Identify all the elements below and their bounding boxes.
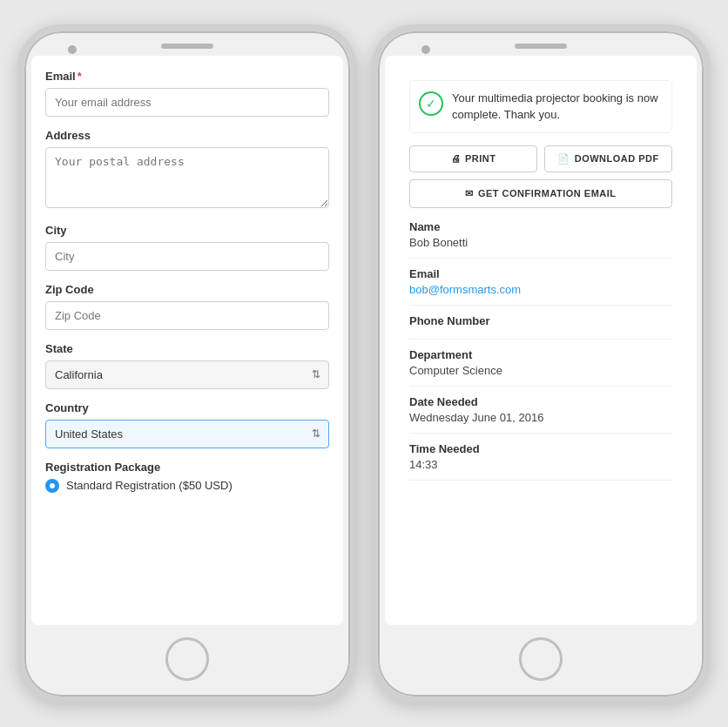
email-detail-label: Email: [409, 267, 672, 280]
phone-label: Phone Number: [409, 314, 672, 327]
country-select[interactable]: United States: [45, 420, 329, 448]
city-label: City: [45, 224, 329, 237]
get-confirmation-email-button[interactable]: ✉ GET CONFIRMATION EMAIL: [409, 179, 672, 208]
registration-label: Registration Package: [45, 461, 329, 474]
registration-group: Registration Package Standard Registrati…: [45, 461, 329, 493]
confirmation-screen: ✓ Your multimedia projector booking is n…: [385, 56, 697, 625]
department-field: Department Computer Science: [409, 348, 672, 387]
address-label: Address: [45, 129, 329, 142]
city-group: City: [45, 224, 329, 271]
download-label: DOWNLOAD PDF: [575, 153, 659, 164]
country-group: Country United States ⇅: [45, 401, 329, 448]
department-value: Computer Science: [409, 364, 672, 377]
email-group: Email*: [45, 70, 329, 117]
name-label: Name: [409, 220, 672, 233]
address-group: Address: [45, 129, 329, 212]
email-label: Email*: [45, 70, 329, 83]
download-icon: 📄: [557, 153, 570, 165]
date-value: Wednesday June 01, 2016: [409, 411, 672, 424]
email-field: Email bob@formsmarts.com: [409, 267, 672, 306]
name-field: Name Bob Bonetti: [409, 220, 672, 259]
state-group: State California ⇅: [45, 342, 329, 389]
state-label: State: [45, 342, 329, 355]
action-buttons-row: 🖨 PRINT 📄 DOWNLOAD PDF: [409, 145, 672, 172]
date-field: Date Needed Wednesday June 01, 2016: [409, 395, 672, 434]
front-camera-icon: [68, 45, 77, 54]
email-button-label: GET CONFIRMATION EMAIL: [478, 188, 617, 199]
city-input[interactable]: [45, 242, 329, 271]
radio-dot-icon: [45, 479, 59, 493]
zipcode-group: Zip Code: [45, 283, 329, 330]
print-icon: 🖨: [451, 153, 462, 164]
email-detail-value: bob@formsmarts.com: [409, 283, 672, 296]
email-input[interactable]: [45, 88, 329, 117]
form-screen: Email* Address City Zip Code State: [31, 56, 343, 625]
phone-bottom: [24, 625, 350, 697]
success-check-icon: ✓: [419, 91, 443, 116]
phone2-top-bar: [378, 31, 704, 56]
print-label: PRINT: [465, 153, 496, 164]
radio-dot-inner: [50, 483, 55, 488]
department-label: Department: [409, 348, 672, 361]
success-banner: ✓ Your multimedia projector booking is n…: [409, 80, 672, 133]
time-label: Time Needed: [409, 442, 672, 455]
confirmation-content: ✓ Your multimedia projector booking is n…: [399, 70, 683, 500]
zipcode-label: Zip Code: [45, 283, 329, 296]
download-pdf-button[interactable]: 📄 DOWNLOAD PDF: [544, 145, 672, 172]
country-label: Country: [45, 401, 329, 414]
country-select-wrapper: United States ⇅: [45, 420, 329, 448]
email-icon: ✉: [465, 188, 474, 199]
home-button[interactable]: [165, 637, 209, 681]
date-label: Date Needed: [409, 395, 672, 408]
name-value: Bob Bonetti: [409, 236, 672, 249]
phone-form: Email* Address City Zip Code State: [17, 24, 357, 703]
phone2-speaker-icon: [515, 44, 567, 49]
address-input[interactable]: [45, 147, 329, 208]
success-message: Your multimedia projector booking is now…: [452, 90, 663, 124]
phone-field: Phone Number: [409, 314, 672, 340]
registration-radio-item[interactable]: Standard Registration ($50 USD): [45, 479, 329, 493]
time-value: 14:33: [409, 458, 672, 471]
state-select[interactable]: California: [45, 360, 329, 389]
zipcode-input[interactable]: [45, 301, 329, 330]
phone2-home-button[interactable]: [519, 637, 563, 681]
phone-confirmation: ✓ Your multimedia projector booking is n…: [371, 24, 711, 703]
phone-top-bar: [24, 31, 350, 56]
phone2-front-camera-icon: [421, 45, 430, 54]
print-button[interactable]: 🖨 PRINT: [409, 145, 537, 172]
speaker-icon: [161, 44, 213, 49]
registration-option-label: Standard Registration ($50 USD): [66, 479, 233, 492]
phone2-bottom: [378, 625, 704, 697]
time-field: Time Needed 14:33: [409, 442, 672, 481]
state-select-wrapper: California ⇅: [45, 360, 329, 389]
